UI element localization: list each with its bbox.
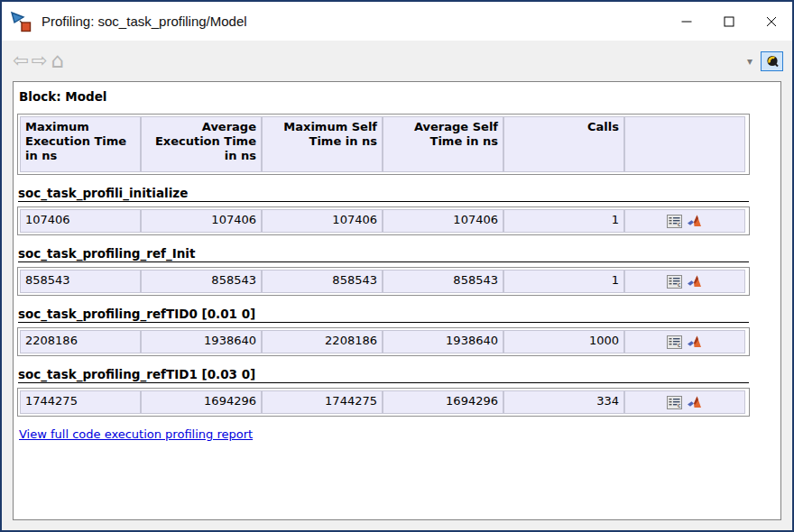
avg-self-value: 858543 <box>383 270 503 293</box>
calls-value: 334 <box>503 390 624 414</box>
code-report-icon[interactable]: c <box>667 335 682 349</box>
column-header-max-self: Maximum Self Time in ns <box>262 116 383 172</box>
table-row: 2208186 1938640 2208186 1938640 1000 c <box>17 327 750 356</box>
full-report-link[interactable]: View full code execution profiling repor… <box>19 427 253 441</box>
calls-value: 1 <box>503 209 624 233</box>
navigation-toolbar: ⇦ ⇨ ⌂ ▾ <box>2 41 792 81</box>
column-header-calls: Calls <box>503 116 624 172</box>
profiling-window: Profiling: soc_task_profiling/Model ⇦ ⇨ … <box>0 0 794 532</box>
window-title: Profiling: soc_task_profiling/Model <box>42 14 247 29</box>
table-row: 1744275 1694296 1744275 1694296 334 c <box>17 388 750 417</box>
avg-execution-value: 107406 <box>141 209 262 233</box>
table-header-row: Maximum Execution Time in ns Average Exe… <box>17 114 750 175</box>
avg-self-value: 1694296 <box>383 390 503 414</box>
actions-cell: c <box>624 209 745 233</box>
max-self-value: 2208186 <box>262 330 383 353</box>
matlab-logo-icon[interactable] <box>687 214 703 228</box>
svg-text:c: c <box>678 342 681 349</box>
minimize-button[interactable] <box>665 2 707 41</box>
maximize-button[interactable] <box>707 2 750 41</box>
chevron-down-icon[interactable]: ▾ <box>747 55 752 68</box>
title-bar: Profiling: soc_task_profiling/Model <box>2 2 792 41</box>
matlab-logo-icon[interactable] <box>687 395 703 409</box>
max-self-value: 107406 <box>262 209 383 233</box>
code-report-icon[interactable]: c <box>667 396 682 409</box>
table-row: 858543 858543 858543 858543 1 c <box>17 267 750 296</box>
highlight-icon <box>765 54 780 68</box>
svg-text:c: c <box>678 281 681 289</box>
forward-icon[interactable]: ⇨ <box>32 51 48 70</box>
report-client-area: Block: Model Maximum Execution Time in n… <box>13 81 781 520</box>
avg-self-value: 1938640 <box>383 330 503 353</box>
table-row: 107406 107406 107406 107406 1 c <box>17 206 750 235</box>
column-header-avg-self: Average Self Time in ns <box>383 116 503 172</box>
max-self-value: 1744275 <box>262 390 383 414</box>
max-execution-value: 2208186 <box>20 330 141 353</box>
highlight-block-button[interactable] <box>761 51 783 71</box>
svg-text:c: c <box>678 221 681 228</box>
home-icon[interactable]: ⌂ <box>51 50 64 71</box>
section-title: soc_task_profiling_refTID0 [0.01 0] <box>18 307 749 323</box>
column-header-actions <box>624 116 745 172</box>
actions-cell: c <box>624 270 745 293</box>
matlab-logo-icon[interactable] <box>687 335 703 349</box>
section-title: soc_task_profiling_refTID1 [0.03 0] <box>18 367 749 383</box>
svg-text:c: c <box>678 402 681 409</box>
window-controls <box>665 2 792 41</box>
avg-execution-value: 858543 <box>141 270 262 293</box>
max-execution-value: 107406 <box>20 209 141 233</box>
avg-execution-value: 1694296 <box>141 390 262 414</box>
code-report-icon[interactable]: c <box>667 275 682 289</box>
actions-cell: c <box>624 330 745 353</box>
block-label: Block: Model <box>19 89 780 104</box>
avg-execution-value: 1938640 <box>141 330 262 353</box>
calls-value: 1 <box>503 270 624 293</box>
section-title: soc_task_profili_initialize <box>18 186 749 202</box>
column-header-avg-execution: Average Execution Time in ns <box>141 116 262 172</box>
max-execution-value: 858543 <box>20 270 141 293</box>
actions-cell: c <box>624 390 745 414</box>
toolbar-right-group: ▾ <box>747 51 783 71</box>
calls-value: 1000 <box>503 330 624 353</box>
close-button[interactable] <box>750 2 792 41</box>
avg-self-value: 107406 <box>383 209 503 233</box>
back-icon[interactable]: ⇦ <box>13 51 29 70</box>
max-self-value: 858543 <box>262 270 383 293</box>
column-header-max-execution: Maximum Execution Time in ns <box>20 116 141 172</box>
section-title: soc_task_profiling_ref_Init <box>18 246 749 262</box>
matlab-logo-icon[interactable] <box>687 274 703 289</box>
code-report-icon[interactable]: c <box>667 215 682 228</box>
simulink-profiling-icon <box>10 10 33 33</box>
profiling-report-panel: Block: Model Maximum Execution Time in n… <box>13 81 781 520</box>
max-execution-value: 1744275 <box>20 390 141 414</box>
